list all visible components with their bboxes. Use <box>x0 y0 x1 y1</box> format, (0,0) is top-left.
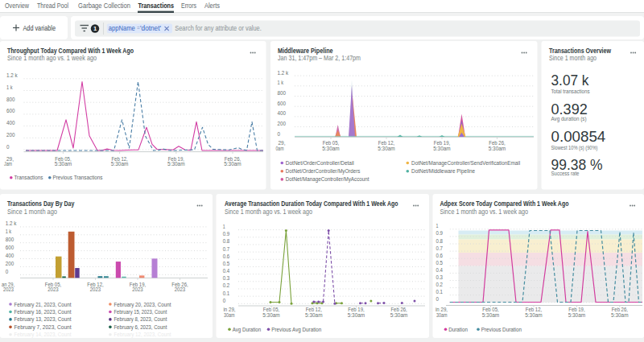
svg-text:1: 1 <box>436 222 439 229</box>
svg-text:0.5: 0.5 <box>436 259 444 266</box>
svg-text:2023: 2023 <box>47 286 59 293</box>
svg-text:February 12, 2023, Count: February 12, 2023, Count <box>114 331 171 338</box>
svg-text:DotNet/Middleware Pipeline: DotNet/Middleware Pipeline <box>411 167 475 175</box>
svg-text:0.5: 0.5 <box>223 260 230 267</box>
svg-text:0.9: 0.9 <box>223 230 230 237</box>
svg-text:appName: appName <box>109 24 135 32</box>
svg-text:5:30am: 5:30am <box>262 311 280 319</box>
svg-text:0.2: 0.2 <box>436 281 444 288</box>
svg-text:0.9: 0.9 <box>436 229 444 237</box>
svg-text:2023: 2023 <box>90 286 101 293</box>
svg-text:400: 400 <box>6 119 15 126</box>
svg-text:0.00854: 0.00854 <box>551 128 606 145</box>
svg-text:0.1: 0.1 <box>436 288 444 295</box>
svg-text:400: 400 <box>6 252 14 259</box>
svg-text:0: 0 <box>436 295 440 303</box>
svg-text:Success rate: Success rate <box>551 170 580 177</box>
svg-text:Thread Pool: Thread Pool <box>37 2 68 10</box>
svg-text:2023: 2023 <box>132 286 143 293</box>
svg-text:0: 0 <box>6 143 10 150</box>
svg-text:1: 1 <box>93 25 97 32</box>
svg-text:200: 200 <box>278 120 287 127</box>
svg-text:0.2: 0.2 <box>223 282 230 289</box>
svg-text:5:30am: 5:30am <box>378 145 395 152</box>
svg-text:Jam: Jam <box>4 160 12 167</box>
svg-text:1.2 k: 1.2 k <box>6 220 17 227</box>
svg-text:February 16, 2023, Count: February 16, 2023, Count <box>14 308 72 315</box>
svg-text:30am: 30am <box>224 311 235 319</box>
svg-text:Overview: Overview <box>5 2 30 10</box>
svg-text:5:30am: 5:30am <box>55 160 72 167</box>
svg-text:Since 1 month ago vs. 1 week a: Since 1 month ago vs. 1 week ago <box>7 54 97 62</box>
svg-text:Alerts: Alerts <box>204 2 220 10</box>
svg-text:Avg Duration: Avg Duration <box>233 326 261 333</box>
svg-text:800: 800 <box>278 89 287 97</box>
svg-text:0.6: 0.6 <box>436 252 444 259</box>
svg-text:February 21, 2023, Count: February 21, 2023, Count <box>14 301 72 308</box>
svg-text:Since 1 month ago vs. 1 week a: Since 1 month ago vs. 1 week ago <box>225 208 312 216</box>
svg-text:0: 0 <box>6 268 9 275</box>
svg-text:200: 200 <box>6 131 15 138</box>
svg-text:February 14, 2023, Count: February 14, 2023, Count <box>14 331 72 338</box>
svg-text:5:30am: 5:30am <box>525 311 543 319</box>
svg-text:5:30am: 5:30am <box>390 311 408 319</box>
svg-text:0.4: 0.4 <box>223 267 230 274</box>
svg-text:0.7: 0.7 <box>223 245 230 253</box>
svg-text:5:30am: 5:30am <box>224 160 242 167</box>
svg-text:Since 1 month ago: Since 1 month ago <box>549 54 597 62</box>
svg-text:3.07 k: 3.07 k <box>551 72 590 89</box>
svg-text:Duration: Duration <box>448 326 468 333</box>
svg-text:0.6: 0.6 <box>223 253 230 260</box>
svg-text:0.3: 0.3 <box>436 274 444 281</box>
svg-text:Errors: Errors <box>181 2 196 10</box>
svg-text:Garbage Collection: Garbage Collection <box>78 2 130 10</box>
svg-text:February 8, 2023, Count: February 8, 2023, Count <box>114 315 167 323</box>
svg-text:Total transactions: Total transactions <box>551 88 590 95</box>
svg-text:Since 1 month ago vs. 1 week a: Since 1 month ago vs. 1 week ago <box>440 208 529 216</box>
svg-text:5:30am: 5:30am <box>482 311 500 319</box>
svg-text:February 20, 2023, Count: February 20, 2023, Count <box>114 301 171 308</box>
svg-text:Transactions Day By Day: Transactions Day By Day <box>7 200 74 208</box>
svg-text:600: 600 <box>6 107 15 114</box>
svg-text:0.1: 0.1 <box>223 290 230 297</box>
svg-text:30am: 30am <box>436 311 448 319</box>
svg-text:400: 400 <box>278 109 287 117</box>
svg-text:5:30am: 5:30am <box>489 145 506 152</box>
svg-text:Since 1 month ago: Since 1 month ago <box>7 208 57 216</box>
svg-text:0.7: 0.7 <box>436 245 444 252</box>
svg-text:Previous Duration: Previous Duration <box>481 326 522 333</box>
svg-text:DotNet/ManageController/MyAcco: DotNet/ManageController/MyAccount <box>286 175 369 183</box>
svg-text:0: 0 <box>278 130 281 138</box>
svg-text:0.8: 0.8 <box>223 237 230 245</box>
svg-text:5:30am: 5:30am <box>305 311 323 319</box>
svg-text:600: 600 <box>6 244 14 251</box>
svg-text:Avg duration (s): Avg duration (s) <box>551 115 587 122</box>
svg-text:February 7, 2023, Count: February 7, 2023, Count <box>14 323 72 331</box>
svg-text:5:30am: 5:30am <box>348 311 365 319</box>
svg-text:5:30am: 5:30am <box>322 145 340 152</box>
svg-text:2023: 2023 <box>175 286 186 293</box>
svg-text:600: 600 <box>278 100 287 107</box>
svg-text:DotNet/OrderController/MyOrder: DotNet/OrderController/MyOrders <box>286 167 361 175</box>
svg-text:Search for any attribute or va: Search for any attribute or value. <box>175 24 261 32</box>
svg-text:0am: 0am <box>276 145 284 152</box>
svg-text:DotNet/ManageController/SendVe: DotNet/ManageController/SendVerification… <box>411 159 520 167</box>
svg-text:'dotnet': 'dotnet' <box>140 24 161 32</box>
svg-text:Jan 31, 1:47pm – Mar 2, 1:47pm: Jan 31, 1:47pm – Mar 2, 1:47pm <box>278 54 361 62</box>
svg-text:1 k: 1 k <box>278 79 284 86</box>
svg-text:5:30am: 5:30am <box>111 160 129 167</box>
svg-text:800: 800 <box>6 236 14 243</box>
svg-text:0.8: 0.8 <box>436 237 444 245</box>
svg-text:Adpex Score Today Compared Wit: Adpex Score Today Compared With 1 Week A… <box>440 200 569 208</box>
svg-text:DotNet/OrderController/Detail: DotNet/OrderController/Detail <box>286 159 354 167</box>
svg-text:5:30am: 5:30am <box>611 311 629 319</box>
svg-text:0: 0 <box>223 297 226 304</box>
svg-text:5:30am: 5:30am <box>167 160 185 167</box>
svg-text:1 k: 1 k <box>6 84 13 91</box>
svg-text:Slowest 10% (s) (90%): Slowest 10% (s) (90%) <box>551 144 598 151</box>
svg-text:Add variable: Add variable <box>23 24 56 32</box>
svg-text:1: 1 <box>223 223 225 230</box>
svg-text:1.2 k: 1.2 k <box>6 72 18 79</box>
svg-text:February 15, 2023, Count: February 15, 2023, Count <box>114 308 167 315</box>
svg-text:800: 800 <box>6 96 15 103</box>
